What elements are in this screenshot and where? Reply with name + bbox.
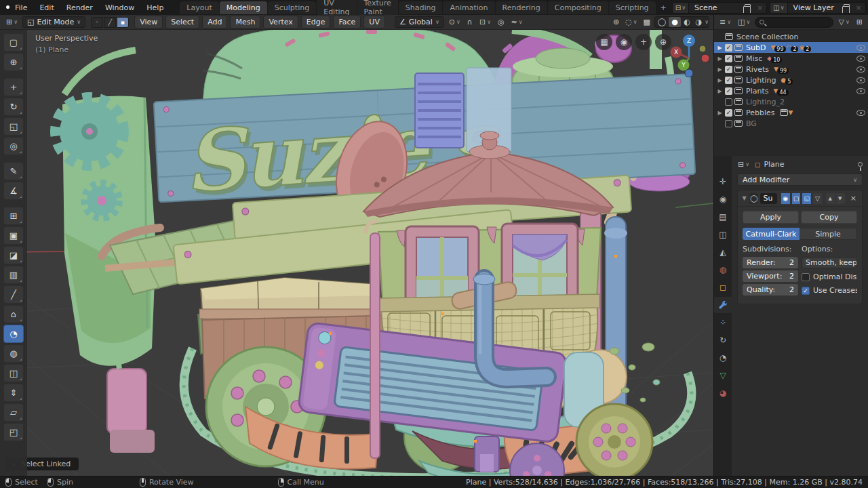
overlays-dropdown[interactable]: ◌∨ [623, 17, 639, 27]
navigation-gizmo[interactable]: Z X Y [667, 34, 711, 77]
snap-settings-dropdown[interactable]: ⊡∨ [477, 17, 493, 27]
eye-icon[interactable] [856, 77, 865, 83]
snap-toggle[interactable]: ∩ [465, 17, 475, 27]
modifier-name-field[interactable]: Su [760, 193, 776, 204]
tool-extrude-region[interactable]: ⊞ [3, 207, 24, 225]
tab-scripting[interactable]: Scripting [609, 1, 656, 14]
scene-icon[interactable]: ⊟∨ [673, 3, 689, 13]
tab-rendering[interactable]: Rendering [496, 1, 547, 14]
view-layer-name[interactable]: View Layer [788, 3, 841, 12]
view-layer-icon[interactable]: ◫∨ [770, 3, 787, 13]
outliner-row-subd[interactable]: ▶ ✓ SubD ▼ 99 ◠ 2 ◉ 2 [714, 42, 868, 53]
tool-shrink-fatten[interactable]: ⇕ [3, 384, 24, 402]
tool-transform[interactable]: ◎ [3, 137, 24, 155]
checkbox-checked-icon[interactable]: ✓ [725, 77, 732, 84]
checkbox-checked-icon[interactable]: ✓ [802, 287, 810, 295]
menu-vertex[interactable]: Vertex [263, 16, 298, 28]
checkbox-checked-icon[interactable]: ✓ [725, 66, 732, 73]
outliner-search-input[interactable] [767, 18, 829, 26]
tab-tool[interactable]: ✛ [714, 174, 732, 190]
eye-icon[interactable] [856, 110, 865, 116]
checkbox-checked-icon[interactable]: ✓ [725, 109, 732, 117]
orientation-dropdown[interactable]: ∠ Global∨ [395, 16, 444, 28]
menu-render[interactable]: Render [61, 2, 98, 14]
eye-icon[interactable] [856, 45, 865, 51]
tool-cursor[interactable]: ⊕ [3, 53, 24, 71]
shading-solid-button[interactable]: ● [669, 17, 681, 27]
toggle-perspective-button[interactable]: ▦ [596, 34, 612, 50]
tab-material[interactable]: ◕ [714, 385, 732, 401]
pivot-dropdown[interactable]: ⊙∨ [447, 17, 462, 27]
modifier-render-toggle[interactable]: ◉ [781, 193, 790, 204]
tool-scale[interactable]: ◱ [3, 117, 24, 136]
simple-button[interactable]: Simple [800, 228, 857, 240]
eye-icon[interactable] [856, 88, 865, 94]
pin-icon[interactable] [858, 162, 863, 167]
tool-rip-region[interactable]: ◰ [3, 423, 24, 441]
tab-compositing[interactable]: Compositing [548, 1, 608, 14]
eye-icon[interactable] [856, 66, 865, 73]
modifier-delete-button[interactable]: × [848, 194, 859, 203]
menu-view[interactable]: View [134, 16, 163, 28]
tab-world[interactable]: ◍ [714, 262, 732, 278]
pan-view-button[interactable]: + [635, 34, 652, 50]
expand-icon[interactable]: ▶ [717, 56, 723, 62]
scene-name[interactable]: Scene [689, 3, 742, 12]
falloff-dropdown[interactable]: ≈∨ [509, 17, 525, 27]
expand-icon[interactable]: ▶ [717, 66, 723, 73]
new-collection-button[interactable]: ⊞ [854, 17, 865, 27]
catmull-clark-button[interactable]: Catmull-Clark [743, 228, 800, 240]
outliner-search[interactable] [755, 17, 833, 28]
tab-object[interactable]: ◻ [714, 279, 732, 296]
render-field[interactable]: Render:2 [743, 257, 798, 268]
menu-face[interactable]: Face [333, 16, 361, 28]
outliner-row-lighting[interactable]: ▶ ✓ Lighting ● 5 [714, 75, 868, 85]
outliner-row-lighting-2[interactable]: Lighting_2 [714, 96, 868, 107]
proportional-edit-toggle[interactable]: ◎ [496, 17, 507, 27]
use-creases-row[interactable]: ✓ Use Creases [802, 285, 857, 296]
expand-icon[interactable]: ▶ [717, 45, 723, 51]
menu-window[interactable]: Window [100, 2, 140, 14]
tool-loop-cut[interactable]: ▥ [3, 266, 24, 284]
checkbox-checked-icon[interactable]: ✓ [725, 44, 732, 52]
tool-inset-faces[interactable]: ▣ [3, 226, 24, 245]
edge-select-button[interactable]: ╱ [104, 17, 116, 28]
outliner-display-mode-button[interactable]: ◫∨ [736, 17, 752, 27]
outliner-row-misc[interactable]: ▶ ✓ Misc ◆ 10 [714, 53, 868, 64]
tab-constraints[interactable]: ◔ [714, 350, 732, 366]
camera-view-button[interactable]: ◉ [616, 34, 632, 50]
tab-output[interactable]: ▤ [714, 209, 732, 225]
outliner-row-scene-collection[interactable]: Scene Collection [714, 31, 868, 42]
viewport-field[interactable]: Viewport:2 [743, 270, 798, 282]
modifier-viewport-toggle[interactable]: ▢ [792, 193, 801, 204]
tool-annotate[interactable]: ✎ [3, 162, 24, 180]
tool-knife[interactable]: ╱ [3, 285, 24, 304]
tool-shear[interactable]: ▱ [3, 403, 24, 422]
expand-icon[interactable]: ▶ [717, 110, 723, 116]
tab-modeling[interactable]: Modeling [220, 1, 267, 14]
checkbox-unchecked-icon[interactable] [725, 120, 732, 127]
modifier-move-down-button[interactable]: ▼ [835, 193, 845, 204]
expand-icon[interactable]: ▶ [717, 88, 723, 94]
checkbox-unchecked-icon[interactable] [802, 273, 810, 281]
menu-add[interactable]: Add [202, 16, 227, 28]
tab-modifiers[interactable] [714, 297, 732, 313]
tool-poly-build[interactable]: ⌂ [3, 305, 24, 323]
tab-render[interactable]: ◉ [714, 191, 732, 207]
tab-object-data[interactable]: ▽ [714, 367, 732, 384]
view-layer-copy-icon[interactable] [844, 4, 850, 11]
xray-toggle[interactable]: ▩ [642, 17, 652, 27]
tool-spin[interactable]: ◔ [3, 325, 24, 343]
menu-uv[interactable]: UV [363, 16, 385, 28]
menu-help[interactable]: Help [141, 2, 169, 14]
tab-animation[interactable]: Animation [443, 1, 494, 14]
menu-select[interactable]: Select [165, 16, 199, 28]
checkbox-checked-icon[interactable]: ✓ [725, 55, 732, 62]
tool-rotate[interactable]: ↻ [3, 98, 24, 116]
menu-edit[interactable]: Edit [34, 2, 59, 14]
shading-rendered-button[interactable]: ◑ [693, 17, 705, 27]
tab-shading[interactable]: Shading [399, 1, 443, 14]
tool-measure[interactable]: ∡ [3, 182, 24, 200]
modifier-editmode-toggle[interactable]: ◱ [802, 193, 811, 204]
outliner-filter-button[interactable]: ▽∨ [836, 17, 851, 27]
